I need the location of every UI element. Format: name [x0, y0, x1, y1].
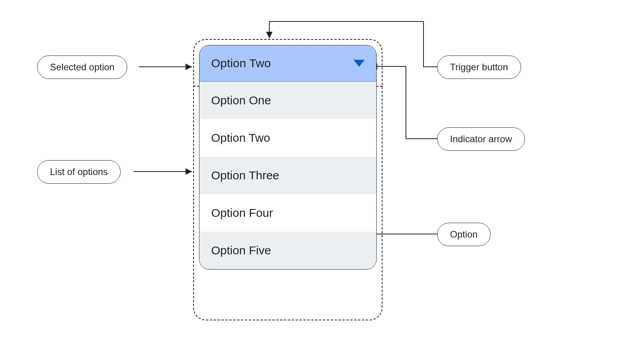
annotation-selected-option: Selected option — [37, 55, 127, 79]
option-label: Option One — [211, 94, 271, 107]
dropdown-option[interactable]: Option Four — [199, 194, 376, 232]
option-label: Option Three — [211, 169, 279, 182]
dropdown-option[interactable]: Option Three — [199, 157, 376, 194]
annotation-trigger-button: Trigger button — [437, 55, 521, 79]
option-label: Option Four — [211, 206, 273, 220]
option-label: Option Two — [211, 131, 270, 145]
dropdown-option[interactable]: Option One — [199, 82, 376, 119]
dropdown: Option Two Option One Option Two Option … — [199, 45, 377, 270]
dropdown-option[interactable]: Option Five — [199, 232, 376, 269]
dropdown-option[interactable]: Option Two — [199, 119, 376, 157]
chevron-down-icon — [354, 60, 365, 67]
annotation-list-of-options: List of options — [37, 160, 121, 184]
dropdown-trigger[interactable]: Option Two — [199, 45, 376, 82]
option-label: Option Five — [211, 244, 271, 257]
annotation-option: Option — [437, 223, 491, 246]
selected-option-label: Option Two — [211, 57, 271, 70]
annotation-indicator-arrow: Indicator arrow — [437, 127, 525, 151]
